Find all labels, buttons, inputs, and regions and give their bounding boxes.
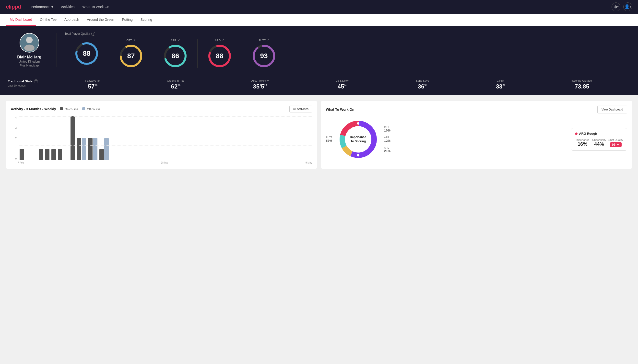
bar-chart: 0 1 2 3 4: [11, 116, 312, 160]
off-course-legend-dot: [82, 107, 85, 110]
bar-on-course: [51, 149, 56, 160]
arrow-up-icon: ↗: [133, 38, 136, 42]
player-name: Blair McHarg: [17, 55, 41, 60]
bar-group: [51, 149, 56, 160]
info-shot-quality: Shot Quality 95 ▼: [608, 138, 623, 147]
nav-links: Performance ▾ Activities What To Work On: [31, 5, 109, 9]
bar-group: [77, 138, 86, 160]
all-activities-button[interactable]: All Activities: [289, 106, 312, 112]
putt-score: 93: [260, 52, 268, 60]
nav-right: ⊕ ▾ 👤 ▾: [611, 2, 632, 11]
traditional-stats-subtitle: Last 20 rounds: [8, 84, 42, 87]
bar-on-course: [77, 138, 81, 160]
arrow-up-icon: ↗: [178, 38, 180, 42]
work-on-card: What To Work On View Dashboard PUTT 57%: [321, 101, 632, 169]
bar-group: [99, 138, 109, 160]
activity-card: Activity - 3 Months - Weekly On course O…: [6, 101, 317, 169]
work-on-title: What To Work On: [326, 108, 354, 112]
user-button[interactable]: 👤 ▾: [623, 2, 632, 11]
tab-my-dashboard[interactable]: My Dashboard: [6, 14, 36, 26]
bar-on-course: [58, 149, 62, 160]
bar-on-course: [26, 160, 30, 160]
app-donut-label: APP 12%: [384, 136, 390, 142]
bar-on-course: [88, 138, 93, 160]
bar-on-course: [64, 160, 69, 160]
tab-off-the-tee[interactable]: Off the Tee: [36, 14, 61, 26]
help-icon[interactable]: ?: [91, 32, 95, 36]
app-label: APP ↗: [171, 38, 180, 42]
stats-label: Traditional Stats ? Last 20 rounds: [8, 79, 47, 87]
tab-scoring[interactable]: Scoring: [137, 14, 156, 26]
nav-what-to-work-on[interactable]: What To Work On: [82, 5, 109, 9]
avatar: [20, 33, 39, 52]
player-country: United Kingdom: [19, 60, 40, 63]
stat-greens-in-reg: Greens In Reg 62%: [167, 79, 185, 90]
circle-arg: ARG ↗ 88: [197, 38, 242, 68]
ring-arg: 88: [207, 44, 232, 68]
tab-putting[interactable]: Putting: [118, 14, 137, 26]
activity-title: Activity - 3 Months - Weekly: [11, 107, 56, 111]
svg-point-18: [357, 154, 359, 156]
ring-ott: 87: [119, 44, 143, 68]
circle-total: 88: [65, 41, 109, 66]
app-score: 86: [171, 52, 179, 60]
stat-1-putt: 1 Putt 33%: [496, 79, 505, 90]
bar-group: [64, 160, 69, 160]
activity-left-header: Activity - 3 Months - Weekly On course O…: [11, 107, 100, 111]
bar-on-course: [20, 149, 24, 160]
stat-sand-save: Sand Save 36%: [416, 79, 429, 90]
donut-section: PUTT 57%: [326, 117, 567, 161]
donut-chart: ImportanceTo Scoring: [336, 117, 380, 161]
chevron-down-icon: ▾: [51, 5, 53, 9]
bar-chart-wrapper: 0 1 2 3 4: [11, 116, 312, 164]
arg-rough-dot: [575, 132, 577, 135]
chevron-down-icon: ▾: [617, 6, 619, 8]
activity-legend: On course Off course: [60, 107, 100, 111]
y-labels: 0 1 2 3 4: [11, 116, 17, 160]
bar-on-course: [71, 116, 75, 160]
chevron-down-icon: ▾: [630, 6, 631, 8]
svg-point-1: [26, 37, 33, 43]
putt-donut-label: PUTT 57%: [326, 136, 332, 142]
bar-on-course: [45, 149, 50, 160]
x-labels: 7 Feb 28 Mar 9 May: [11, 161, 312, 164]
bars-container: [18, 116, 312, 160]
nav-activities[interactable]: Activities: [61, 5, 74, 9]
traditional-stats-title: Traditional Stats ?: [8, 79, 42, 83]
stat-up-down: Up & Down 45%: [335, 79, 349, 90]
bar-group: [71, 116, 75, 160]
plus-icon: ⊕: [613, 4, 617, 10]
donut-right-labels: OTT 10% APP 12% ARG 21%: [384, 126, 390, 153]
info-grid: Importance 16% Opportunity 44% Shot Qual…: [575, 138, 623, 147]
player-info: Blair McHarg United Kingdom Plus Handica…: [8, 33, 57, 67]
stats-values: Fairways Hit 57% Greens In Reg 62% App. …: [47, 79, 630, 90]
arrow-up-icon: ↗: [267, 38, 269, 42]
tab-approach[interactable]: Approach: [61, 14, 83, 26]
ott-donut-label: OTT 10%: [384, 126, 390, 132]
help-icon[interactable]: ?: [34, 79, 38, 83]
logo: clippd: [6, 4, 21, 10]
view-dashboard-button[interactable]: View Dashboard: [597, 106, 627, 114]
sub-nav: My Dashboard Off the Tee Approach Around…: [0, 14, 638, 26]
donut-center: ImportanceTo Scoring: [350, 135, 366, 144]
add-button[interactable]: ⊕ ▾: [611, 2, 620, 11]
tab-around-the-green[interactable]: Around the Green: [83, 14, 118, 26]
bar-group: [45, 149, 50, 160]
nav-performance[interactable]: Performance ▾: [31, 5, 53, 9]
nav-left: clippd Performance ▾ Activities What To …: [6, 4, 109, 10]
bar-on-course: [39, 149, 43, 160]
bar-group: [88, 138, 97, 160]
bar-on-course: [32, 160, 37, 160]
quality-section: Total Player Quality ? 88 OTT ↗: [57, 32, 630, 68]
player-handicap: Plus Handicap: [20, 64, 39, 67]
bar-group: [26, 160, 30, 160]
bar-group: [32, 160, 37, 160]
ott-label: OTT ↗: [127, 38, 136, 42]
hero-section: Blair McHarg United Kingdom Plus Handica…: [0, 26, 638, 74]
bottom-section: Activity - 3 Months - Weekly On course O…: [0, 95, 638, 175]
ring-putt: 93: [252, 44, 276, 68]
stat-fairways-hit: Fairways Hit 57%: [85, 79, 100, 90]
top-nav: clippd Performance ▾ Activities What To …: [0, 0, 638, 14]
bar-on-course: [99, 149, 104, 160]
bar-off-course: [93, 138, 97, 160]
